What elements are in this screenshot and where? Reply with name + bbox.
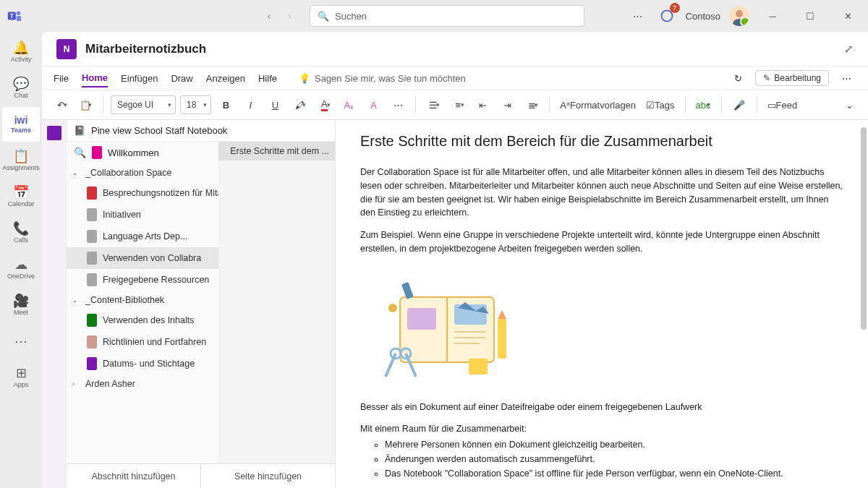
rail-item-activity[interactable]: 🔔Activity — [2, 35, 40, 69]
font-color-button[interactable]: A▾ — [314, 95, 334, 115]
rail-item-assignments[interactable]: 📋Assignments — [2, 143, 40, 178]
section-item[interactable]: Verwenden des Inhalts — [67, 309, 218, 331]
rail-item-calendar[interactable]: 📅Calendar — [2, 179, 40, 214]
OneDrive-icon: ☁ — [14, 258, 27, 271]
indent-button[interactable]: ⇥ — [497, 95, 517, 115]
font-size-select[interactable]: 18▾ — [180, 95, 211, 114]
numbering-button[interactable]: ≡▾ — [448, 95, 468, 115]
menu-tab-home[interactable]: Home — [82, 69, 108, 87]
font-family-select[interactable]: Segoe UI▾ — [111, 95, 176, 114]
more-font-icon[interactable]: ⋯ — [388, 95, 408, 115]
group-label: Arden Asher — [85, 379, 135, 389]
forward-button[interactable]: › — [281, 7, 298, 25]
add-page-button[interactable]: Seite hinzufügen — [201, 464, 335, 488]
pages-list: Erste Schritte mit dem ... — [218, 142, 335, 463]
dictate-button[interactable]: 🎤 — [729, 95, 749, 115]
minimize-button[interactable]: ─ — [758, 4, 787, 27]
search-input[interactable]: 🔍 Suchen — [310, 5, 584, 27]
menubar: FileHomeEinfügenDrawAnzeigenHilfe 💡 Sage… — [42, 67, 868, 90]
Meet-icon: 🎥 — [13, 294, 29, 307]
menu-tab-draw[interactable]: Draw — [171, 70, 192, 87]
list-item: Änderungen werden automatisch zusammenge… — [385, 452, 843, 466]
bullets-button[interactable]: ☰▾ — [423, 95, 443, 115]
section-item[interactable]: Freigegebene Ressourcen — [67, 269, 218, 291]
outdent-button[interactable]: ⇤ — [472, 95, 493, 115]
scrollbar[interactable] — [861, 127, 867, 330]
tell-me-search[interactable]: 💡 Sagen Sie mir, was Sie tun möchten — [299, 73, 466, 84]
underline-button[interactable]: U — [265, 95, 285, 115]
org-name: Contoso — [686, 11, 720, 22]
notebook-title[interactable]: Pine view School Staff Notebook — [91, 125, 227, 136]
section-item[interactable]: 🔍 Willkommen — [67, 142, 218, 163]
back-button[interactable]: ‹ — [260, 7, 278, 25]
format-painter-button[interactable]: A — [363, 95, 383, 115]
menu-tab-file[interactable]: File — [54, 70, 69, 87]
section-item[interactable]: Richtlinien und Fortfahren — [67, 331, 218, 353]
section-label: Datums- und Stichtage — [103, 359, 195, 369]
ribbon-chevron-icon[interactable]: ⌄ — [839, 95, 859, 115]
rail-label: Calls — [14, 236, 28, 244]
section-item[interactable]: Verwenden von Collabra — [67, 247, 218, 269]
app-rail: 🔔Activity💬ChatiwiTeams📋Assignments📅Calen… — [0, 32, 42, 488]
section-label: Verwenden des Inhalts — [103, 315, 194, 325]
popout-icon[interactable]: ⤢ — [844, 43, 854, 56]
section-item[interactable]: Besprechungsnotizen für Mitarbeiter — [67, 182, 218, 204]
menu-tab-hilfe[interactable]: Hilfe — [258, 70, 277, 87]
menu-tab-anzeigen[interactable]: Anzeigen — [206, 70, 245, 87]
section-tab-icon — [87, 335, 97, 348]
tags-button[interactable]: ☑ Tags — [643, 95, 677, 115]
section-item[interactable]: Datums- und Stichtage — [67, 353, 218, 374]
rail-item-chat[interactable]: 💬Chat — [2, 71, 40, 106]
align-button[interactable]: ≣▾ — [522, 95, 542, 115]
section-tab-icon — [87, 230, 97, 243]
svg-rect-15 — [498, 319, 506, 359]
user-avatar[interactable] — [729, 6, 749, 26]
rail-item-calls[interactable]: 📞Calls — [2, 215, 40, 250]
Calendar-icon: 📅 — [13, 186, 29, 199]
page-canvas[interactable]: Erste Schritte mit dem Bereich für die Z… — [336, 120, 868, 488]
sync-icon[interactable]: ↻ — [728, 68, 748, 88]
svg-point-4 — [661, 11, 672, 22]
svg-point-1 — [17, 12, 21, 15]
svg-point-5 — [736, 10, 743, 17]
app-header: N Mitarbeiternotizbuch ⤢ — [42, 32, 868, 67]
group-label: _Content-Bibliothek — [85, 295, 164, 305]
feed-button[interactable]: ▭ Feed — [765, 95, 801, 115]
italic-button[interactable]: I — [240, 95, 260, 115]
ribbon-more-icon[interactable]: ⋯ — [836, 68, 856, 88]
chevron-icon: ⌄ — [72, 169, 81, 176]
bullet-list: Mehrere Personen können ein Dokument gle… — [360, 437, 843, 481]
chevron-icon: ⌄ — [72, 296, 81, 304]
highlight-button[interactable]: 🖍▾ — [289, 95, 310, 115]
section-item[interactable]: Initiativen — [67, 204, 218, 226]
section-label: Willkommen — [108, 147, 159, 158]
more-icon[interactable]: ⋯ — [628, 6, 648, 26]
spellcheck-button[interactable]: abc▾ — [693, 95, 714, 115]
section-group[interactable]: ⌄_Content-Bibliothek — [67, 291, 218, 309]
styles-button[interactable]: Aᵃ Formatvorlagen — [557, 95, 639, 115]
close-button[interactable]: ✕ — [833, 4, 862, 27]
rail-item-apps[interactable]: ⊞Apps — [2, 360, 40, 395]
menu-tab-einfügen[interactable]: Einfügen — [121, 70, 158, 87]
notebook-icon[interactable] — [47, 126, 61, 140]
svg-marker-16 — [498, 310, 506, 319]
section-label: Initiativen — [103, 210, 141, 220]
rail-item-teams[interactable]: iwiTeams — [2, 107, 40, 142]
clear-format-button[interactable]: Aᵪ — [339, 95, 359, 115]
editing-mode-button[interactable]: ✎ Bearbeitung — [755, 70, 829, 86]
rail-item-more[interactable]: ⋯ — [2, 324, 40, 359]
rail-item-meet[interactable]: 🎥Meet — [2, 288, 40, 322]
section-group[interactable]: ›Arden Asher — [67, 374, 218, 393]
notifications-button[interactable]: 7 — [657, 6, 677, 26]
bold-button[interactable]: B — [216, 95, 236, 115]
rail-item-onedrive[interactable]: ☁OneDrive — [2, 252, 40, 286]
section-group[interactable]: ⌄_Collaboration Space — [67, 163, 218, 182]
add-section-button[interactable]: Abschnitt hinzufügen — [67, 464, 201, 488]
section-search-icon[interactable]: 🔍 — [74, 147, 86, 158]
paste-button[interactable]: 📋▾ — [75, 95, 95, 115]
maximize-button[interactable]: ☐ — [796, 4, 825, 27]
chevron-icon: › — [72, 380, 81, 388]
undo-button[interactable]: ↶▾ — [51, 95, 71, 115]
page-item[interactable]: Erste Schritte mit dem ... — [218, 142, 335, 160]
section-item[interactable]: Language Arts Dep... — [67, 226, 218, 247]
